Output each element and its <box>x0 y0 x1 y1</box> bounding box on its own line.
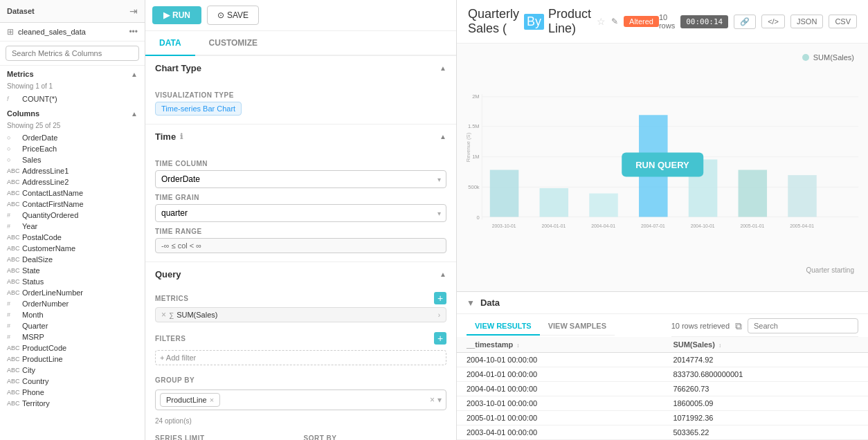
json-button[interactable]: JSON <box>790 15 823 28</box>
data-tab-samples[interactable]: VIEW SAMPLES <box>540 318 615 336</box>
chart-title: Quarterly Sales (By Product Line) <box>468 7 591 36</box>
column-item[interactable]: ABCContactFirstName <box>0 199 145 210</box>
query-section: Query ▲ METRICS + × ∑ SUM(Sales) › FILTE… <box>145 262 456 440</box>
metrics-field-label: METRICS <box>155 295 189 302</box>
column-item[interactable]: ABCCity <box>0 365 145 376</box>
star-icon[interactable]: ☆ <box>597 16 606 27</box>
col-name-label: MSRP <box>22 333 44 341</box>
column-item[interactable]: ABCOrderLineNumber <box>0 287 145 298</box>
time-column-wrapper: OrderDate <box>155 170 446 188</box>
metrics-section-header[interactable]: Metrics ▲ <box>0 66 145 82</box>
column-item[interactable]: ABCState <box>0 265 145 276</box>
group-dropdown-icon[interactable]: ▾ <box>437 395 442 405</box>
group-by-area: ProductLine × × ▾ <box>145 387 456 416</box>
dataset-header: Dataset ⇥ <box>0 0 145 23</box>
cell-timestamp: 2003-04-01 00:00:00 <box>457 425 663 440</box>
column-item[interactable]: ABCPostalCode <box>0 232 145 243</box>
save-button[interactable]: ⊙ SAVE <box>207 6 259 25</box>
cell-sum-sales: 833730.6800000001 <box>663 367 868 382</box>
metrics-chevron-icon: ▲ <box>131 71 138 78</box>
metric-tag-remove[interactable]: × <box>161 310 166 320</box>
column-item[interactable]: ABCCountry <box>0 376 145 387</box>
time-section: Time ℹ ▲ TIME COLUMN OrderDate TIME GRAI… <box>145 125 456 262</box>
tab-customize[interactable]: CUSTOMIZE <box>195 31 271 56</box>
viz-type-badge[interactable]: Time-series Bar Chart <box>155 102 242 116</box>
column-item[interactable]: ABCCustomerName <box>0 243 145 254</box>
data-tabs: VIEW RESULTS VIEW SAMPLES <box>467 318 615 336</box>
add-filter-row[interactable]: + Add filter <box>155 350 446 365</box>
col-name-label: City <box>22 366 35 374</box>
column-item[interactable]: ABCContactLastName <box>0 187 145 199</box>
table-search-input[interactable] <box>748 318 858 333</box>
col-name-label: OrderDate <box>22 134 57 142</box>
column-item[interactable]: ABCPhone <box>0 387 145 398</box>
columns-section-header[interactable]: Columns ▲ <box>0 105 145 122</box>
code-button[interactable]: </> <box>761 15 785 28</box>
col-type-label: ○ <box>7 145 22 152</box>
link-button[interactable]: 🔗 <box>734 15 756 29</box>
column-item[interactable]: #Year <box>0 221 145 232</box>
col-header-timestamp[interactable]: __timestamp ↕ <box>457 337 663 353</box>
file-more-icon[interactable]: ••• <box>129 27 138 37</box>
query-header[interactable]: Query ▲ <box>145 262 456 286</box>
column-item[interactable]: ○PriceEach <box>0 143 145 154</box>
metric-count-item[interactable]: f COUNT(*) <box>0 93 145 105</box>
search-input[interactable] <box>6 46 139 61</box>
time-range-display[interactable]: -∞ ≤ col < ∞ <box>155 238 446 253</box>
data-section-title: Data <box>480 297 500 308</box>
group-clear-icon[interactable]: × <box>430 395 435 405</box>
add-filter-button[interactable]: + <box>434 332 446 345</box>
col-type-label: # <box>7 300 22 307</box>
time-grain-label: TIME GRAIN <box>155 194 446 201</box>
col-name-label: Country <box>22 377 49 385</box>
svg-text:2004-04-01: 2004-04-01 <box>591 223 615 228</box>
column-item[interactable]: ABCProductCode <box>0 342 145 354</box>
time-header[interactable]: Time ℹ ▲ <box>145 125 456 149</box>
col-name-label: AddressLine1 <box>22 167 69 175</box>
col-name-label: PriceEach <box>22 145 57 153</box>
column-item[interactable]: ABCStatus <box>0 276 145 287</box>
query-title: Query <box>155 269 181 279</box>
data-table: __timestamp ↕ SUM(Sales) ↕ 2004-10-01 00… <box>457 337 868 440</box>
metric-tag-sales[interactable]: × ∑ SUM(Sales) › <box>155 307 446 322</box>
csv-button[interactable]: CSV <box>829 15 857 28</box>
column-item[interactable]: #Month <box>0 309 145 320</box>
svg-text:2004-01-01: 2004-01-01 <box>542 223 566 228</box>
column-item[interactable]: ABCAddressLine1 <box>0 165 145 176</box>
dataset-collapse-icon[interactable]: ⇥ <box>129 6 138 17</box>
column-item[interactable]: #Quarter <box>0 320 145 331</box>
x-axis-label: Quarter starting <box>464 265 861 277</box>
col-name-label: Year <box>22 222 37 230</box>
edit-icon[interactable]: ✎ <box>611 17 618 26</box>
add-metric-button[interactable]: + <box>434 292 446 304</box>
data-tab-results[interactable]: VIEW RESULTS <box>467 318 540 336</box>
tab-data[interactable]: DATA <box>145 31 195 56</box>
time-grain-select[interactable]: quarter <box>155 204 446 222</box>
group-option-count: 24 option(s) <box>145 416 456 426</box>
column-item[interactable]: ABCTerritory <box>0 398 145 409</box>
time-body: TIME COLUMN OrderDate TIME GRAIN quarter… <box>145 149 456 262</box>
column-item[interactable]: ABCDealSize <box>0 254 145 265</box>
copy-icon[interactable]: ⧉ <box>735 320 742 332</box>
metric-tag-name: SUM(Sales) <box>177 311 217 319</box>
run-query-overlay[interactable]: RUN QUERY <box>622 153 703 177</box>
column-item[interactable]: #OrderNumber <box>0 298 145 309</box>
group-tag-remove[interactable]: × <box>210 396 214 404</box>
column-item[interactable]: ○OrderDate <box>0 132 145 143</box>
chart-type-header[interactable]: Chart Type ▲ <box>145 56 456 80</box>
col-name-label: Quarter <box>22 322 48 330</box>
time-info-icon[interactable]: ℹ <box>180 132 183 141</box>
column-item[interactable]: #MSRP <box>0 331 145 342</box>
column-item[interactable]: ABCAddressLine2 <box>0 176 145 187</box>
metrics-showing: Showing 1 of 1 <box>0 82 145 93</box>
column-item[interactable]: #QuantityOrdered <box>0 210 145 221</box>
metrics-section-title: Metrics <box>7 70 34 78</box>
run-button[interactable]: ▶ RUN <box>152 6 201 24</box>
column-item[interactable]: ABCProductLine <box>0 354 145 365</box>
time-column-select[interactable]: OrderDate <box>155 170 446 188</box>
col-header-sum-sales[interactable]: SUM(Sales) ↕ <box>663 337 868 353</box>
data-section-chevron-icon: ▼ <box>467 298 475 308</box>
data-section-header[interactable]: ▼ Data <box>457 292 868 314</box>
column-item[interactable]: ○Sales <box>0 154 145 165</box>
col-name-label: AddressLine2 <box>22 178 69 186</box>
